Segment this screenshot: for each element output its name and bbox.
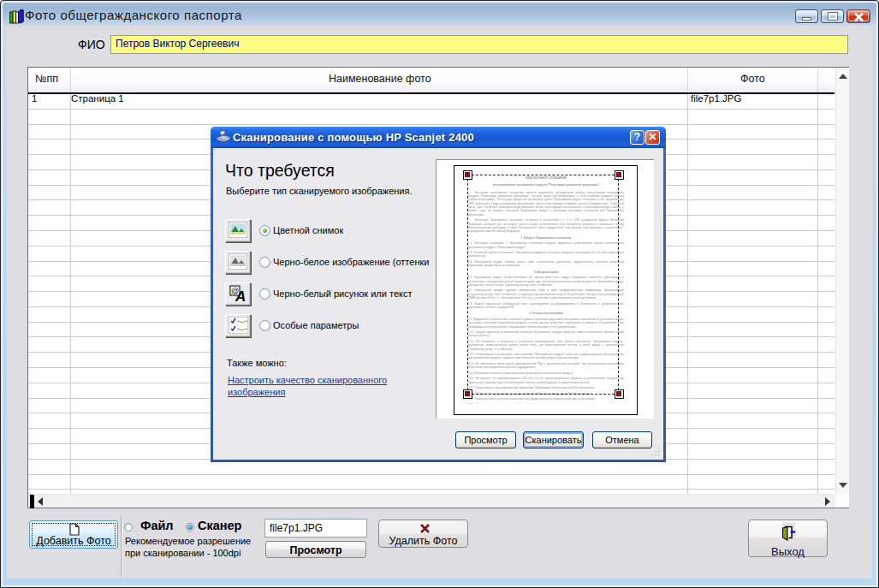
svg-text:A: A <box>235 288 246 303</box>
